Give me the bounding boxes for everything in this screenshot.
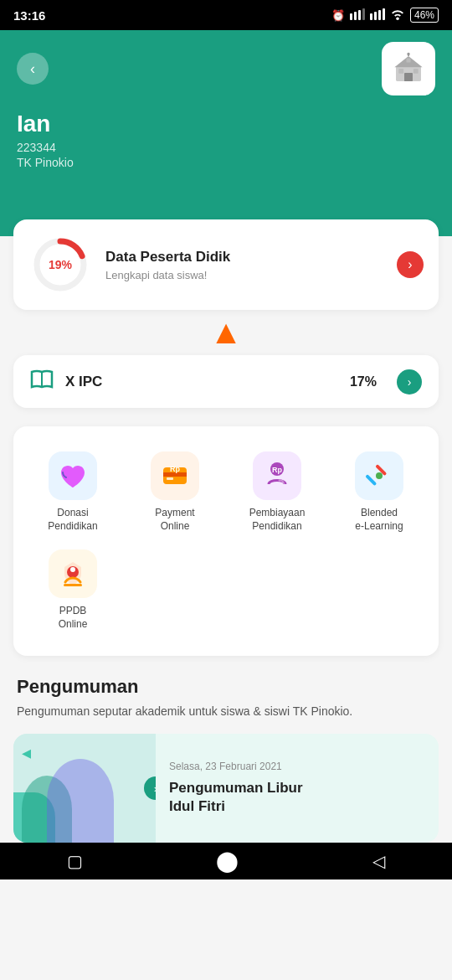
signal-icon-1 <box>350 8 365 23</box>
svg-rect-0 <box>350 13 352 20</box>
svg-rect-1 <box>354 12 357 20</box>
svg-rect-2 <box>358 10 361 20</box>
status-bar: 13:16 ⏰ 46% <box>0 0 452 30</box>
ppdb-label: PPDBOnline <box>59 605 88 631</box>
svg-rect-26 <box>365 474 377 486</box>
svg-point-27 <box>376 472 383 479</box>
payment-icon-wrap: Rp <box>151 451 199 500</box>
nav-square-button[interactable]: ▢ <box>67 851 83 871</box>
user-name: Ian <box>17 111 435 137</box>
xipc-label: X IPC <box>65 374 338 390</box>
blended-icon-wrap <box>355 451 403 500</box>
back-button[interactable]: ‹ <box>17 53 49 85</box>
svg-rect-5 <box>374 12 377 20</box>
signal-icon-2 <box>370 8 385 23</box>
svg-rect-30 <box>64 584 82 586</box>
pengumuman-section: Pengumuman Pengumuman seputar akademik u… <box>13 676 439 843</box>
school-icon-box <box>382 42 435 95</box>
menu-item-ppdb[interactable]: PPDBOnline <box>22 541 124 639</box>
dpd-subtitle: Lengkapi data siswa! <box>105 269 230 281</box>
dpd-arrow-button[interactable]: › <box>397 251 424 278</box>
svg-rect-7 <box>383 8 385 20</box>
announcement-content: Selasa, 23 Februari 2021 Pengumuman Libu… <box>156 734 316 843</box>
menu-item-blended[interactable]: Blendede-Learning <box>328 443 430 541</box>
thumb-forward-button[interactable]: › <box>144 776 156 800</box>
announcement-thumb: ◂ › <box>13 734 156 843</box>
back-icon: ‹ <box>30 60 35 78</box>
pengumuman-subtitle: Pengumuman seputar akademik untuk siswa … <box>13 703 439 720</box>
svg-rect-6 <box>378 10 381 20</box>
svg-rect-11 <box>398 69 403 74</box>
thumb-back-arrow-icon: ◂ <box>22 742 31 764</box>
xipc-percent: 17% <box>350 374 377 389</box>
ppdb-icon-wrap <box>49 549 97 598</box>
user-id: 223344 <box>17 141 435 154</box>
donasi-label: DonasiPendidikan <box>48 507 97 533</box>
xipc-card[interactable]: X IPC 17% › <box>13 355 439 408</box>
progress-circle: 19% <box>30 235 90 295</box>
pengumuman-title: Pengumuman <box>13 676 439 698</box>
menu-item-payment[interactable]: Rp PaymentOnline <box>124 443 226 541</box>
svg-text:Rp: Rp <box>272 466 282 474</box>
svg-text:Rp: Rp <box>170 465 180 473</box>
payment-label: PaymentOnline <box>155 507 194 533</box>
pembiayaan-icon-wrap: Rp <box>253 451 301 500</box>
status-icons: ⏰ 46% <box>331 8 439 23</box>
svg-rect-21 <box>167 477 173 480</box>
blended-label: Blendede-Learning <box>355 507 403 533</box>
alarm-icon: ⏰ <box>331 9 345 22</box>
orange-up-arrow-icon: ▲ <box>209 315 243 348</box>
announcement-card[interactable]: ◂ › Selasa, 23 Februari 2021 Pengumuman … <box>13 734 439 843</box>
bottom-nav: ▢ ⬤ ◁ <box>0 843 452 879</box>
dpd-title: Data Peserta Didik <box>105 249 230 266</box>
announcement-title: Pengumuman LiburIdul Fitri <box>169 779 303 816</box>
announcement-date: Selasa, 23 Februari 2021 <box>169 761 303 772</box>
user-school: TK Pinokio <box>17 156 435 169</box>
book-icon <box>30 369 54 395</box>
data-peserta-didik-card[interactable]: 19% Data Peserta Didik Lengkapi data sis… <box>13 219 439 310</box>
menu-item-donasi[interactable]: DonasiPendidikan <box>22 443 124 541</box>
content-area: 19% Data Peserta Didik Lengkapi data sis… <box>0 203 452 843</box>
svg-point-15 <box>407 53 409 55</box>
menu-item-pembiayaan[interactable]: Rp PembiayaanPendidikan <box>226 443 328 541</box>
svg-point-29 <box>70 567 75 572</box>
header-section: ‹ Ian 223344 TK Pinokio <box>0 30 452 236</box>
svg-rect-12 <box>413 69 419 74</box>
svg-rect-3 <box>362 8 365 20</box>
donasi-icon-wrap <box>49 451 97 500</box>
dpd-text: Data Peserta Didik Lengkapi data siswa! <box>105 249 230 281</box>
header-top-row: ‹ <box>17 42 435 95</box>
school-icon <box>392 52 425 85</box>
nav-back-button[interactable]: ◁ <box>372 851 385 871</box>
status-time: 13:16 <box>13 8 45 23</box>
svg-rect-10 <box>404 73 413 81</box>
progress-label: 19% <box>49 258 72 271</box>
battery-icon: 46% <box>410 8 439 23</box>
pembiayaan-label: PembiayaanPendidikan <box>249 507 306 533</box>
orange-arrow-indicator: ▲ <box>13 315 439 348</box>
svg-rect-4 <box>370 13 372 20</box>
svg-rect-13 <box>407 59 411 63</box>
xipc-arrow-button[interactable]: › <box>397 369 422 395</box>
menu-grid: DonasiPendidikan Rp PaymentOnline Rp <box>13 426 439 656</box>
wifi-icon <box>390 8 405 23</box>
nav-home-button[interactable]: ⬤ <box>216 849 239 873</box>
